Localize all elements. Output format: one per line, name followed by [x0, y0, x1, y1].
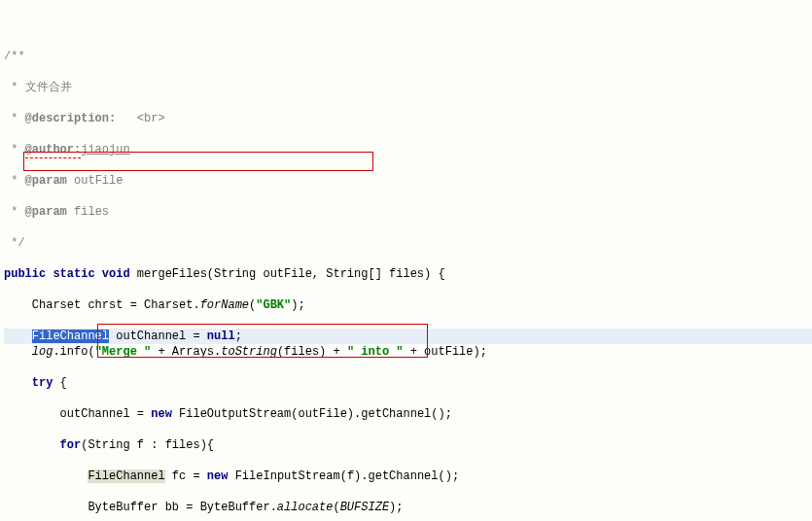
identifier-highlight: FileChannel [88, 469, 164, 483]
code-line: * @param files [4, 204, 812, 220]
code-line: ByteBuffer bb = ByteBuffer.allocate(BUFS… [4, 500, 812, 515]
code-line: outChannel = new FileOutputStream(outFil… [4, 406, 812, 422]
code-line: Charset chrst = Charset.forName("GBK"); [4, 297, 812, 313]
code-line: */ [4, 235, 812, 251]
javadoc-open: /** [4, 50, 25, 63]
code-line: * 文件合并 [4, 80, 812, 95]
code-line: FileChannel fc = new FileInputStream(f).… [4, 469, 812, 484]
code-line: try { [4, 375, 812, 391]
code-line: log.info("Merge " + Arrays.toString(file… [4, 344, 812, 360]
code-line: /** [4, 49, 812, 64]
code-block: /** * 文件合并 * @description: <br> * @autho… [0, 31, 812, 521]
code-line: for(String f : files){ [4, 437, 812, 453]
code-line: * @description: <br> [4, 111, 812, 126]
code-line: * @param outFile [4, 173, 812, 189]
code-line: * @author:jiaojun [4, 142, 812, 157]
code-line: public static void mergeFiles(String out… [4, 266, 812, 282]
highlighted-line: FileChannel outChannel = null; [4, 329, 812, 344]
selection: FileChannel [32, 330, 109, 343]
